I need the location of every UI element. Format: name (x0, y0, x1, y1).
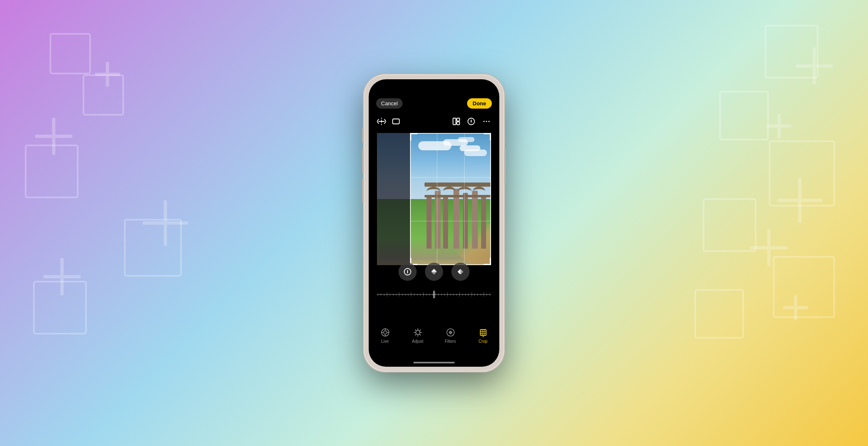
svg-point-40 (482, 336, 484, 337)
flip-icon[interactable] (377, 117, 386, 126)
svg-point-20 (384, 331, 387, 334)
svg-line-32 (419, 330, 421, 331)
phone-body: Cancel Done (364, 74, 504, 372)
mute-button (362, 128, 364, 143)
svg-line-33 (415, 334, 416, 336)
cancel-button[interactable]: Cancel (376, 98, 403, 109)
aspect-ratio-icon[interactable] (392, 117, 400, 126)
deco-square-4 (124, 219, 182, 277)
svg-rect-35 (480, 330, 486, 335)
deco-square-5 (33, 281, 87, 334)
svg-rect-4 (457, 122, 460, 125)
deco-cross-6 (761, 107, 798, 145)
phone-device: Cancel Done (364, 74, 504, 372)
svg-rect-3 (457, 118, 460, 121)
svg-marker-13 (432, 269, 436, 271)
compass-icon[interactable] (467, 117, 475, 126)
tab-bar: Live (369, 324, 499, 357)
volume-down-button (362, 178, 364, 203)
deco-cross-9 (777, 289, 814, 326)
tab-filters[interactable]: Filters (434, 327, 467, 344)
adjust-label: Adjust (412, 339, 424, 344)
svg-marker-18 (461, 269, 463, 274)
svg-point-8 (484, 121, 485, 122)
svg-rect-1 (393, 119, 399, 124)
live-label: Live (381, 339, 389, 344)
svg-point-25 (416, 330, 420, 334)
adjust-icon (413, 327, 423, 338)
aqueduct (402, 183, 491, 249)
power-button (504, 149, 506, 186)
cloud-5 (458, 137, 475, 142)
horizontal-perspective-button[interactable] (451, 263, 470, 281)
slider-track (377, 294, 491, 295)
volume-up-button (362, 149, 364, 173)
svg-marker-16 (458, 269, 460, 274)
straighten-button[interactable] (398, 263, 417, 281)
tab-live[interactable]: Live (369, 327, 401, 344)
deco-cross-5 (794, 45, 835, 87)
rotation-slider[interactable] (369, 288, 499, 301)
top-bar: Cancel Done (369, 94, 499, 112)
svg-rect-2 (453, 118, 456, 125)
crop-label: Crop (479, 339, 488, 344)
crop-excluded-area (377, 133, 410, 265)
crop-icon (478, 327, 489, 338)
phone-screen: Cancel Done (369, 79, 499, 367)
tab-crop[interactable]: Crop (467, 327, 499, 344)
toolbar-left (377, 117, 400, 126)
dynamic-island (413, 85, 455, 89)
svg-line-30 (415, 330, 416, 331)
slider-center-indicator (434, 291, 434, 298)
photo-canvas[interactable] (377, 133, 491, 265)
svg-point-9 (486, 121, 487, 122)
home-indicator[interactable] (413, 362, 455, 363)
deco-square-2 (25, 145, 79, 198)
toolbar-row (369, 114, 499, 129)
toolbar-right (452, 117, 491, 126)
done-button[interactable]: Done (467, 98, 492, 109)
deco-cross-7 (773, 173, 827, 227)
filters-icon (445, 327, 456, 338)
deco-square-11 (694, 289, 744, 339)
svg-line-31 (419, 334, 421, 336)
vertical-perspective-button[interactable] (425, 263, 443, 281)
tab-adjust[interactable]: Adjust (401, 327, 434, 344)
svg-point-10 (489, 121, 490, 122)
more-icon[interactable] (482, 117, 491, 126)
svg-rect-12 (407, 270, 408, 273)
layout-icon[interactable] (452, 117, 460, 126)
filters-label: Filters (445, 339, 456, 344)
rotation-controls (369, 259, 499, 284)
cloud-4 (464, 149, 487, 156)
live-icon (380, 327, 391, 338)
deco-square-1 (50, 33, 91, 74)
svg-marker-15 (432, 272, 436, 275)
deco-square-3 (83, 74, 124, 116)
